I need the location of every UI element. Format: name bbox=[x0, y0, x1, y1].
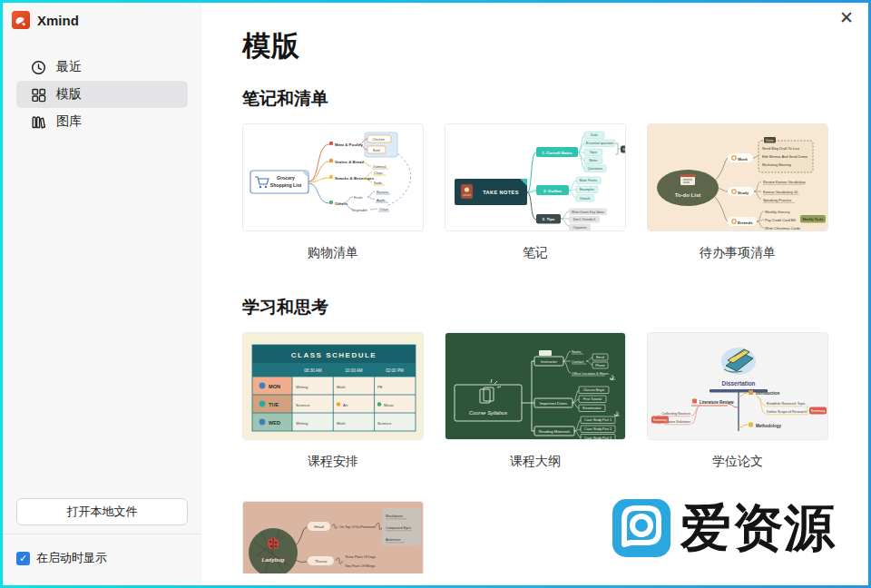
template-card-dissertation[interactable]: Dissertation Introduction Establish Rese… bbox=[647, 332, 828, 440]
mini-label: Snacks & Beverages bbox=[335, 176, 375, 181]
mini-label: Summary bbox=[653, 418, 668, 422]
template-label-dissertation: 学位论文 bbox=[647, 454, 828, 470]
mini-label: Write Down Key Ideas bbox=[572, 211, 605, 214]
sidebar-nav: 最近 模版 图库 bbox=[3, 54, 201, 135]
sidebar-divider bbox=[3, 534, 201, 534]
mini-label: Work bbox=[738, 157, 748, 162]
open-local-file-button[interactable]: 打开本地文件 bbox=[16, 498, 188, 525]
template-preview-dissertation: Dissertation Introduction Establish Rese… bbox=[648, 333, 828, 440]
mini-label: Classes Begin bbox=[583, 388, 605, 392]
mini-label: Examples bbox=[580, 188, 594, 191]
mini-label: Review Korean Vocabulary bbox=[763, 180, 806, 184]
mini-label: Math bbox=[337, 385, 346, 389]
app-title: Xmind bbox=[37, 13, 79, 28]
mini-label: On Top Of Its Pronotum bbox=[339, 525, 376, 529]
mini-label: WED bbox=[269, 420, 280, 426]
mini-label: Onion bbox=[379, 208, 388, 211]
sidebar-item-gallery[interactable]: 图库 bbox=[16, 108, 188, 135]
template-card-notes[interactable]: TAKE NOTES 1. Cornell Notes Date Essenti… bbox=[445, 123, 626, 231]
mini-label: Establish Research Topic bbox=[767, 402, 806, 406]
template-cell-syllabus: Course Syllabus Instructor Name Contact bbox=[445, 332, 626, 470]
template-label-notes: 笔记 bbox=[445, 245, 626, 261]
sidebar-item-label: 图库 bbox=[56, 113, 82, 130]
template-cell-notes: TAKE NOTES 1. Cornell Notes Date Essenti… bbox=[445, 123, 626, 261]
mini-label: 2. Outline bbox=[543, 189, 563, 193]
mini-label: Grains & Bread bbox=[335, 160, 364, 164]
mini-label: Literature Review bbox=[700, 400, 734, 405]
template-preview-todo: To-do List Work Study Errands bbox=[648, 124, 828, 231]
page-title: 模版 bbox=[242, 27, 868, 65]
template-card-class-schedule[interactable]: CLASS SCHEDULE 08:30 AM 10:00 AM 02:00 P… bbox=[242, 332, 424, 440]
sidebar-item-label: 最近 bbox=[56, 59, 82, 75]
library-icon bbox=[31, 114, 46, 130]
xmind-logo-icon bbox=[12, 11, 30, 29]
section-title-notes-lists: 笔记和清单 bbox=[242, 87, 868, 111]
app-brand: Xmind bbox=[3, 3, 201, 29]
mini-label: Oatmeal bbox=[373, 165, 387, 169]
watermark-logo-icon bbox=[612, 497, 670, 559]
watermark: 爱资源 bbox=[612, 497, 836, 559]
mini-label: Science bbox=[377, 421, 392, 426]
mini-label: Fruits bbox=[354, 196, 363, 200]
template-row-1: Grocery Shopping List Meat & Poultry Gra… bbox=[242, 123, 868, 261]
mini-label: Apple bbox=[377, 199, 386, 202]
mini-label: Chips bbox=[374, 172, 383, 175]
mini-label: Write Christmas Cards bbox=[765, 226, 800, 230]
mini-label: Vegetable bbox=[352, 209, 367, 212]
mini-label: Office Location & Hours bbox=[572, 371, 609, 376]
show-on-startup-checkbox[interactable]: ✓ bbox=[16, 552, 30, 565]
mini-label: Chicken bbox=[372, 138, 385, 142]
mini-label: Edit Memos And Send Demo bbox=[762, 154, 807, 159]
template-card-shopping-list[interactable]: Grocery Shopping List Meat & Poultry Gra… bbox=[242, 123, 424, 231]
section-title-study-thinking: 学习和思考 bbox=[242, 296, 868, 319]
mini-label: Ladybug bbox=[262, 557, 285, 563]
mini-label: First Tutorial bbox=[583, 397, 602, 401]
mini-label: Soda bbox=[374, 181, 383, 185]
mini-label: Weekly To-do bbox=[802, 218, 824, 221]
mini-label: MON bbox=[269, 384, 280, 389]
sidebar-item-recent[interactable]: 最近 bbox=[16, 54, 188, 81]
mini-label: Email bbox=[596, 356, 604, 359]
gallery-content: 模版 笔记和清单 bbox=[201, 3, 868, 573]
template-label-shopping: 购物清单 bbox=[242, 245, 424, 261]
calendar-icon bbox=[680, 174, 695, 185]
sidebar-item-templates[interactable]: 模版 bbox=[16, 81, 188, 108]
mini-label: Methodology bbox=[756, 424, 781, 428]
template-card-todo-list[interactable]: To-do List Work Study Errands bbox=[647, 123, 828, 231]
mini-label: Case Study Part 3 bbox=[584, 436, 612, 440]
template-cell-ladybug: Ladybug Head On Top Of Its Pronotum Mout… bbox=[242, 501, 424, 573]
template-row-2: CLASS SCHEDULE 08:30 AM 10:00 AM 02:00 P… bbox=[242, 332, 868, 470]
mini-label: Speaking Practice bbox=[763, 198, 791, 202]
mini-label: Music bbox=[384, 403, 395, 407]
template-preview-shopping: Grocery Shopping List Meat & Poultry Gra… bbox=[243, 124, 424, 231]
template-card-course-syllabus[interactable]: Course Syllabus Instructor Name Contact bbox=[445, 332, 626, 440]
mini-label: Art bbox=[343, 403, 348, 407]
close-button[interactable]: ✕ bbox=[839, 7, 854, 29]
mini-label: Important Dates bbox=[540, 401, 568, 406]
mini-label: TUE bbox=[269, 402, 279, 407]
clock-icon bbox=[31, 60, 46, 75]
mini-label: Questions bbox=[588, 167, 603, 171]
mini-label: Shopping List bbox=[270, 182, 302, 188]
mini-label: Define Scope of Research bbox=[767, 410, 807, 414]
template-cell-dissertation: Dissertation Introduction Establish Rese… bbox=[647, 332, 828, 470]
mini-label: Instructor bbox=[541, 359, 557, 364]
mini-label: Topic bbox=[590, 151, 598, 154]
window-body: Xmind 最近 模版 bbox=[3, 3, 868, 585]
mini-label: 10:00 AM bbox=[345, 368, 363, 373]
template-card-ladybug[interactable]: Ladybug Head On Top Of Its Pronotum Mout… bbox=[242, 501, 424, 573]
mini-label: Phone bbox=[595, 364, 605, 368]
mini-label: Case Study Part 2 bbox=[584, 427, 612, 431]
mini-label: Study bbox=[738, 191, 749, 195]
mini-label: Date bbox=[591, 133, 598, 137]
mini-label: TAKE NOTES bbox=[483, 190, 519, 195]
mini-label: Math bbox=[337, 421, 346, 426]
template-preview-schedule: CLASS SCHEDULE 08:30 AM 10:00 AM 02:00 P… bbox=[243, 333, 424, 440]
template-preview-syllabus: Course Syllabus Instructor Name Contact bbox=[445, 333, 626, 440]
mini-label: Three Pairs Of Legs bbox=[345, 555, 376, 559]
mini-label: PE bbox=[377, 385, 383, 389]
mini-label: Meat & Poultry bbox=[335, 142, 363, 147]
mini-label: To-do List bbox=[675, 192, 701, 198]
open-local-file-label: 打开本地文件 bbox=[67, 504, 138, 520]
notebook-icon bbox=[461, 184, 473, 199]
